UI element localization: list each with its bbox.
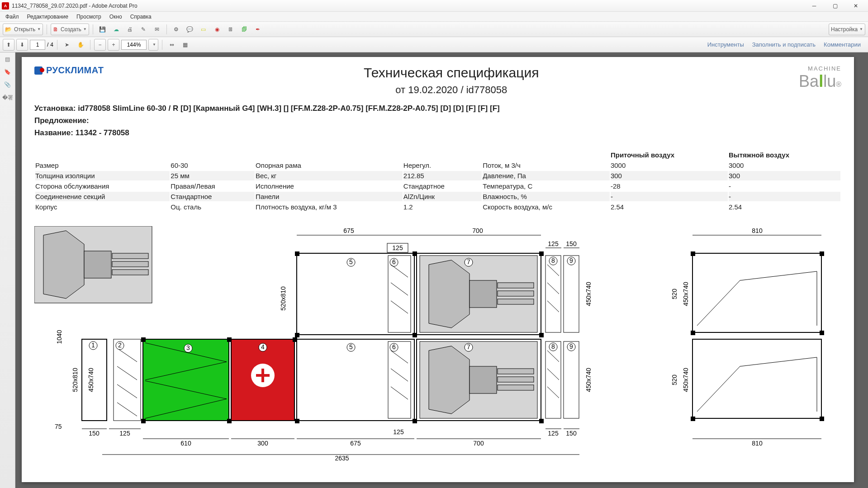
- svg-text:450x740: 450x740: [585, 281, 592, 306]
- gear-icon: ⚙: [174, 26, 179, 33]
- svg-line-77: [391, 387, 408, 399]
- svg-rect-95: [820, 251, 824, 256]
- table-row: Сторона обслуживанияПравая/ЛеваяИсполнен…: [35, 181, 840, 191]
- ballu-text: Ballu®: [799, 72, 841, 91]
- rusklimat-logo: РУСКЛИМАТ: [34, 65, 104, 76]
- svg-line-29: [117, 384, 137, 398]
- document-viewport[interactable]: РУСКЛИМАТ Техническая спецификация от 19…: [15, 52, 868, 488]
- bookmarks-icon[interactable]: 🔖: [4, 69, 11, 75]
- svg-line-62: [547, 351, 559, 362]
- svg-line-27: [117, 348, 137, 362]
- svg-rect-58: [564, 256, 579, 332]
- cloud-icon: ☁: [114, 26, 119, 33]
- edit-button[interactable]: ✎: [138, 24, 149, 35]
- plus-icon: +: [112, 42, 115, 48]
- highlight-button[interactable]: ▭: [198, 24, 209, 35]
- signature-button[interactable]: ✒: [252, 24, 264, 35]
- window-close-button[interactable]: ✕: [845, 0, 866, 12]
- name-value: 11342 - 778058: [76, 128, 129, 137]
- signatures-icon[interactable]: �署: [2, 94, 13, 102]
- thumbnails-icon[interactable]: ▤: [5, 56, 10, 62]
- mail-button[interactable]: ✉: [151, 24, 163, 35]
- page-number-input[interactable]: [30, 40, 45, 50]
- page-up-button[interactable]: ⬆: [3, 39, 14, 51]
- panel-comments-link[interactable]: Комментарии: [824, 41, 861, 48]
- logo-text: РУСКЛИМАТ: [46, 65, 104, 76]
- svg-line-28: [117, 366, 137, 380]
- side-nav: ▤ 🔖 📎 �署: [0, 52, 15, 488]
- comment-button[interactable]: 💬: [184, 24, 196, 35]
- svg-line-30: [117, 403, 137, 416]
- gear-button[interactable]: ⚙: [171, 24, 182, 35]
- svg-text:1: 1: [91, 341, 95, 349]
- stamp-icon: ◉: [215, 26, 219, 33]
- doc-meta: Установка: id778058 SlimLine 60-30 / R […: [34, 102, 841, 139]
- svg-line-76: [391, 369, 408, 381]
- window-title: 11342_778058_29.07.2020.pdf - Adobe Acro…: [12, 3, 804, 9]
- attachments-icon[interactable]: 📎: [4, 81, 11, 88]
- svg-rect-97: [820, 331, 824, 335]
- arrow-up-icon: ⬆: [6, 42, 11, 48]
- zoom-input[interactable]: [121, 40, 147, 50]
- svg-rect-91: [227, 419, 232, 423]
- menu-help[interactable]: Справка: [127, 13, 155, 21]
- svg-rect-81: [295, 333, 299, 337]
- svg-rect-86: [539, 419, 544, 423]
- pencil-icon: ✎: [141, 26, 146, 33]
- select-tool[interactable]: ➤: [61, 39, 73, 51]
- svg-line-71: [391, 265, 408, 277]
- toolbar-main: 📂 Открыть ▼ 🗎 Создать ▼ 💾 ☁ 🖨 ✎ ✉ ⚙ 💬 ▭ …: [0, 22, 868, 37]
- customize-button[interactable]: Настройка ▼: [829, 24, 865, 35]
- stamp-button[interactable]: ◉: [211, 24, 223, 35]
- panel-tools-link[interactable]: Инструменты: [707, 41, 744, 48]
- panel-fillsign-link[interactable]: Заполнить и подписать: [752, 41, 816, 48]
- zoom-out-button[interactable]: −: [94, 39, 106, 51]
- zoom-dropdown[interactable]: ▼: [148, 39, 158, 51]
- svg-text:810: 810: [752, 227, 763, 234]
- chevron-down-icon: ▼: [83, 27, 87, 31]
- svg-text:2: 2: [118, 341, 122, 349]
- page-total: 4: [50, 42, 53, 48]
- doc-title: Техническая спецификация: [104, 65, 799, 81]
- svg-text:5: 5: [349, 343, 353, 351]
- zoom-in-button[interactable]: +: [108, 39, 119, 51]
- print-button[interactable]: 🖨: [124, 24, 136, 35]
- svg-rect-26: [114, 339, 141, 421]
- menu-edit[interactable]: Редактирование: [24, 13, 72, 21]
- hand-tool[interactable]: ✋: [75, 39, 86, 51]
- window-minimize-button[interactable]: ─: [804, 0, 825, 12]
- separator: [162, 40, 162, 50]
- svg-text:700: 700: [473, 440, 484, 447]
- fit-page-button[interactable]: ▦: [180, 39, 191, 51]
- svg-text:3: 3: [186, 344, 190, 351]
- save-button[interactable]: 💾: [97, 24, 109, 35]
- offer-label: Предложение:: [34, 114, 841, 127]
- window-maximize-button[interactable]: ▢: [825, 0, 845, 12]
- attach-button[interactable]: 🗏: [225, 24, 237, 35]
- menu-view[interactable]: Просмотр: [73, 13, 105, 21]
- col-exhaust: Вытяжной воздух: [729, 150, 840, 160]
- create-button[interactable]: 🗎 Создать ▼: [51, 24, 89, 35]
- open-button[interactable]: 📂 Открыть ▼: [3, 24, 43, 35]
- svg-text:450x740: 450x740: [682, 281, 689, 306]
- cloud-button[interactable]: ☁: [110, 24, 122, 35]
- svg-text:150: 150: [566, 430, 577, 437]
- svg-line-72: [391, 283, 408, 295]
- create-label: Создать: [61, 26, 81, 33]
- svg-rect-83: [539, 333, 544, 337]
- name-label: Название:: [34, 128, 73, 137]
- page-down-button[interactable]: ⬇: [16, 39, 28, 51]
- svg-text:7: 7: [467, 258, 470, 265]
- sign-icon: ✒: [256, 26, 260, 33]
- fit-width-button[interactable]: ⇔: [166, 39, 178, 51]
- svg-rect-36: [84, 251, 111, 278]
- svg-rect-82: [413, 333, 417, 337]
- hand-icon: ✋: [77, 42, 84, 48]
- menu-file[interactable]: Файл: [2, 13, 23, 21]
- export-button[interactable]: 🗐: [238, 24, 250, 35]
- svg-rect-67: [564, 341, 579, 418]
- menu-window[interactable]: Окно: [106, 13, 126, 21]
- svg-rect-14: [297, 339, 414, 421]
- svg-text:150: 150: [89, 430, 100, 437]
- svg-text:75: 75: [55, 423, 62, 430]
